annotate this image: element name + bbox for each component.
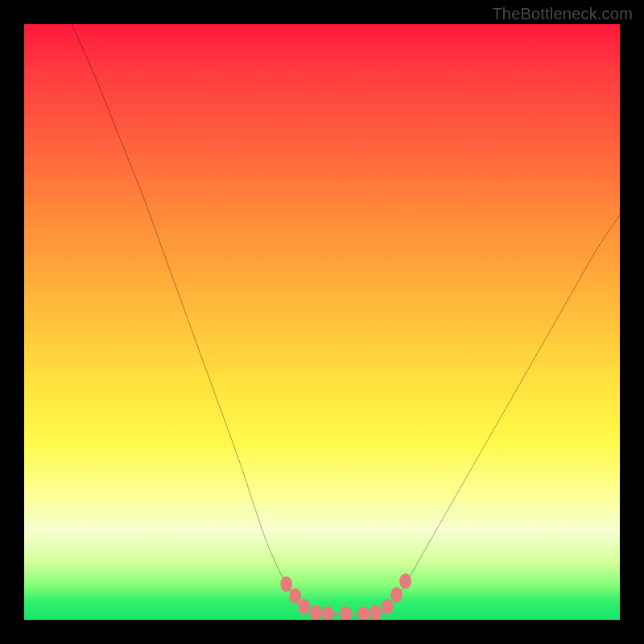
marker-dot bbox=[357, 606, 369, 620]
series-right-curve bbox=[394, 215, 620, 602]
marker-dot bbox=[298, 599, 310, 614]
curves-layer bbox=[24, 24, 620, 620]
marker-group bbox=[280, 573, 411, 620]
marker-dot bbox=[310, 605, 322, 621]
marker-dot bbox=[369, 605, 382, 621]
marker-dot bbox=[322, 606, 334, 620]
marker-dot bbox=[340, 606, 352, 620]
marker-dot bbox=[390, 587, 402, 602]
marker-dot bbox=[399, 573, 411, 588]
series-left-curve bbox=[72, 24, 298, 602]
plot-area bbox=[24, 24, 620, 620]
right-curve-path bbox=[394, 215, 620, 602]
marker-dot bbox=[382, 599, 394, 614]
attribution-text: TheBottleneck.com bbox=[492, 5, 633, 23]
chart-frame: TheBottleneck.com bbox=[0, 0, 644, 644]
marker-dot bbox=[289, 588, 301, 604]
marker-dot bbox=[280, 576, 292, 592]
left-curve-path bbox=[72, 24, 298, 602]
